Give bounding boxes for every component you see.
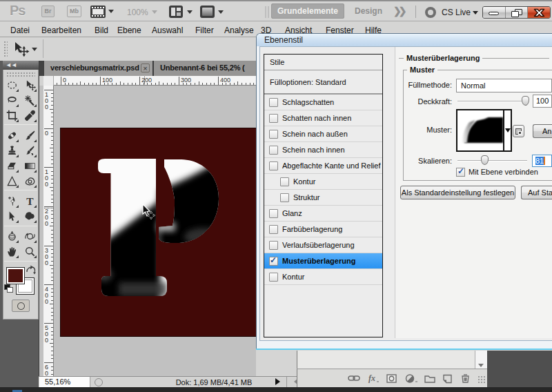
svg-text:T: T: [26, 195, 34, 207]
svg-text:fx: fx: [368, 373, 375, 383]
